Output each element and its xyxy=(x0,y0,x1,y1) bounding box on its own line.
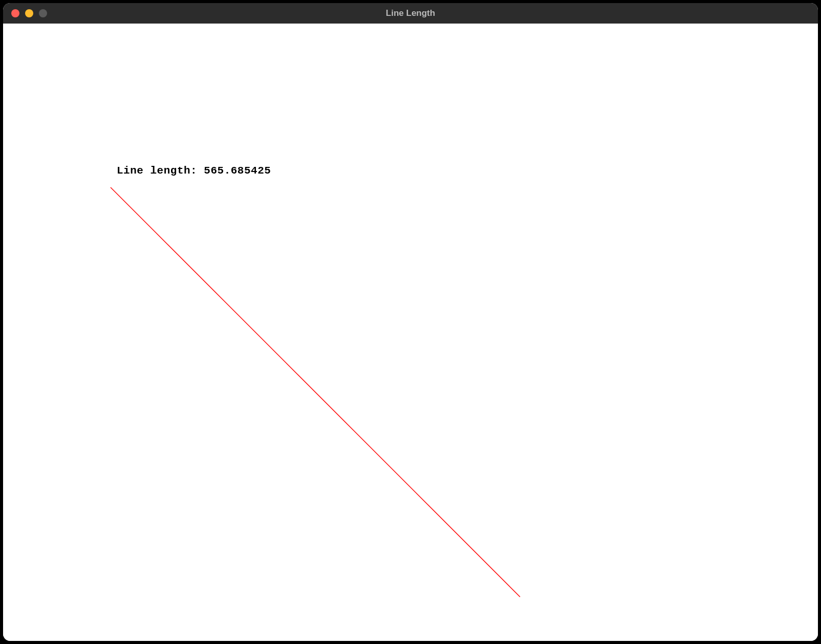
minimize-icon[interactable] xyxy=(25,9,33,17)
diagonal-line[interactable] xyxy=(3,24,818,641)
traffic-lights xyxy=(3,9,47,17)
window-title: Line Length xyxy=(3,8,818,18)
close-icon[interactable] xyxy=(11,9,19,17)
line-length-label: Line length: 565.685425 xyxy=(117,165,271,177)
titlebar: Line Length xyxy=(3,3,818,24)
canvas-area[interactable]: Line length: 565.685425 xyxy=(3,24,818,641)
maximize-icon[interactable] xyxy=(39,9,47,17)
app-window: Line Length Line length: 565.685425 xyxy=(3,3,818,641)
svg-line-0 xyxy=(111,187,520,597)
